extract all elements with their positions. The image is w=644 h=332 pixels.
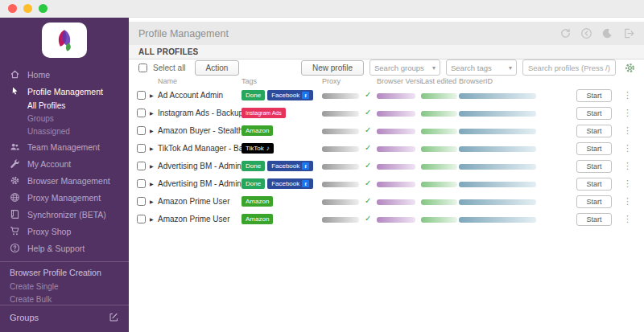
home-icon bbox=[10, 69, 20, 80]
action-button[interactable]: Action bbox=[195, 60, 240, 76]
row-menu-icon[interactable]: ⋮ bbox=[623, 143, 632, 154]
row-checkbox[interactable] bbox=[137, 91, 146, 100]
start-button[interactable]: Start bbox=[576, 89, 612, 102]
row-checkbox[interactable] bbox=[137, 109, 146, 117]
row-menu-icon[interactable]: ⋮ bbox=[623, 214, 632, 224]
tag-instagram: Instagram Ads bbox=[242, 108, 286, 118]
last-edited-redacted-bar bbox=[421, 129, 457, 134]
sidebar-item-profile-management[interactable]: Profile Management bbox=[0, 83, 129, 100]
expand-arrow-icon[interactable]: ▶ bbox=[150, 181, 154, 186]
profile-name: Advertising BM - Admin 2 bbox=[158, 179, 248, 188]
expand-arrow-icon[interactable]: ▶ bbox=[150, 163, 154, 169]
sidebar-item-create-single[interactable]: Create Single bbox=[0, 281, 129, 293]
tag-list: DoneFacebookf bbox=[242, 161, 313, 171]
refresh-icon[interactable] bbox=[559, 27, 572, 39]
sidebar-item-my-account[interactable]: My Account bbox=[0, 155, 129, 172]
table-row: ▶ Instagram Ads - Backup Instagram Ads ✓… bbox=[129, 105, 644, 122]
profile-name: Ad Account Admin bbox=[158, 91, 223, 100]
search-tags-select[interactable]: Search tags ▾ bbox=[446, 59, 517, 76]
row-checkbox[interactable] bbox=[137, 215, 146, 223]
browser-version-redacted-bar bbox=[377, 111, 415, 117]
row-checkbox[interactable] bbox=[137, 126, 146, 135]
tag-tiktok: TikTok♪ bbox=[242, 143, 274, 154]
row-menu-icon[interactable]: ⋮ bbox=[623, 125, 632, 136]
edit-groups-icon[interactable] bbox=[109, 312, 119, 322]
row-menu-icon[interactable]: ⋮ bbox=[623, 108, 632, 118]
browser-id-redacted-bar bbox=[459, 182, 536, 187]
expand-arrow-icon[interactable]: ▶ bbox=[150, 110, 154, 116]
select-all-label: Select all bbox=[153, 64, 186, 72]
start-button[interactable]: Start bbox=[576, 160, 612, 173]
proxy-redacted-bar bbox=[322, 217, 359, 223]
search-groups-select[interactable]: Search groups ▾ bbox=[369, 59, 440, 76]
row-checkbox[interactable] bbox=[137, 144, 146, 153]
dark-mode-moon-icon[interactable] bbox=[601, 27, 613, 39]
proxy-redacted-bar bbox=[322, 164, 359, 170]
chevron-down-icon: ▾ bbox=[509, 64, 512, 72]
row-checkbox[interactable] bbox=[137, 197, 146, 206]
sidebar-item-browser-management[interactable]: Browser Management bbox=[0, 172, 129, 189]
sidebar-item-help-support[interactable]: Help & Support bbox=[0, 240, 129, 256]
proxy-status-check-icon: ✓ bbox=[365, 90, 371, 99]
sidebar-item-synchronizer[interactable]: Synchronizer (BETA) bbox=[0, 206, 129, 223]
start-button[interactable]: Start bbox=[576, 142, 612, 155]
row-checkbox[interactable] bbox=[137, 179, 146, 188]
sidebar-item-label: Profile Management bbox=[27, 87, 103, 96]
facebook-logo-icon: f bbox=[302, 180, 309, 187]
table-settings-gear-icon[interactable] bbox=[624, 62, 636, 74]
tag-amazon: Amazon bbox=[242, 125, 273, 136]
start-button[interactable]: Start bbox=[576, 213, 612, 226]
zoom-button[interactable] bbox=[39, 4, 47, 13]
row-menu-icon[interactable]: ⋮ bbox=[623, 178, 632, 189]
new-profile-button[interactable]: New profile bbox=[301, 60, 364, 76]
sidebar-item-unassigned[interactable]: Unassigned bbox=[0, 125, 129, 138]
back-circle-icon[interactable] bbox=[580, 27, 592, 39]
sidebar-item-label: Proxy Management bbox=[27, 193, 101, 203]
select-all-checkbox[interactable] bbox=[138, 64, 147, 72]
expand-arrow-icon[interactable]: ▶ bbox=[150, 199, 154, 204]
start-button[interactable]: Start bbox=[576, 107, 612, 120]
tag-list: Amazon bbox=[242, 125, 273, 136]
sidebar-item-team-management[interactable]: Team Management bbox=[0, 138, 129, 155]
sidebar-item-proxy-management[interactable]: Proxy Management bbox=[0, 189, 129, 206]
row-checkbox[interactable] bbox=[137, 162, 146, 170]
sidebar-item-label: Synchronizer (BETA) bbox=[27, 210, 106, 219]
row-menu-icon[interactable]: ⋮ bbox=[623, 161, 632, 171]
expand-arrow-icon[interactable]: ▶ bbox=[150, 216, 154, 222]
tag-label: Instagram Ads bbox=[246, 110, 282, 116]
search-profiles-input[interactable] bbox=[522, 59, 616, 76]
profile-name: Amazon Buyer - Stealth bbox=[158, 126, 243, 135]
logout-icon[interactable] bbox=[622, 27, 634, 39]
start-button[interactable]: Start bbox=[576, 195, 612, 208]
sidebar-item-label: Browser Management bbox=[27, 176, 110, 186]
expand-arrow-icon[interactable]: ▶ bbox=[150, 128, 154, 133]
search-groups-placeholder: Search groups bbox=[374, 64, 424, 72]
app-logo bbox=[42, 23, 87, 58]
start-button[interactable]: Start bbox=[576, 125, 612, 137]
groups-footer-label[interactable]: Groups bbox=[10, 313, 39, 322]
facebook-logo-icon: f bbox=[302, 162, 309, 170]
row-menu-icon[interactable]: ⋮ bbox=[623, 196, 632, 207]
sidebar-item-all-profiles[interactable]: All Profiles bbox=[0, 100, 129, 113]
browser-id-redacted-bar bbox=[459, 146, 536, 152]
table-row: ▶ Advertising BM - Admin 1 DoneFacebookf… bbox=[129, 158, 644, 175]
minimize-button[interactable] bbox=[23, 4, 32, 13]
sidebar-item-label: Help & Support bbox=[27, 244, 85, 253]
browser-version-redacted-bar bbox=[377, 199, 415, 205]
close-button[interactable] bbox=[8, 4, 17, 13]
sidebar-item-groups[interactable]: Groups bbox=[0, 113, 129, 125]
last-edited-redacted-bar bbox=[421, 93, 457, 99]
expand-arrow-icon[interactable]: ▶ bbox=[150, 92, 154, 98]
sidebar-item-home[interactable]: Home bbox=[0, 66, 129, 83]
last-edited-redacted-bar bbox=[421, 146, 457, 152]
book-icon bbox=[10, 209, 20, 219]
tag-list: TikTok♪ bbox=[242, 143, 274, 154]
row-menu-icon[interactable]: ⋮ bbox=[623, 90, 632, 100]
facebook-logo-icon: f bbox=[302, 92, 309, 99]
logo-icon bbox=[51, 27, 78, 54]
sidebar-item-proxy-shop[interactable]: Proxy Shop bbox=[0, 223, 129, 240]
browser-id-redacted-bar bbox=[459, 217, 536, 223]
start-button[interactable]: Start bbox=[576, 178, 612, 191]
column-header-tags: Tags bbox=[242, 77, 257, 85]
expand-arrow-icon[interactable]: ▶ bbox=[150, 146, 154, 151]
